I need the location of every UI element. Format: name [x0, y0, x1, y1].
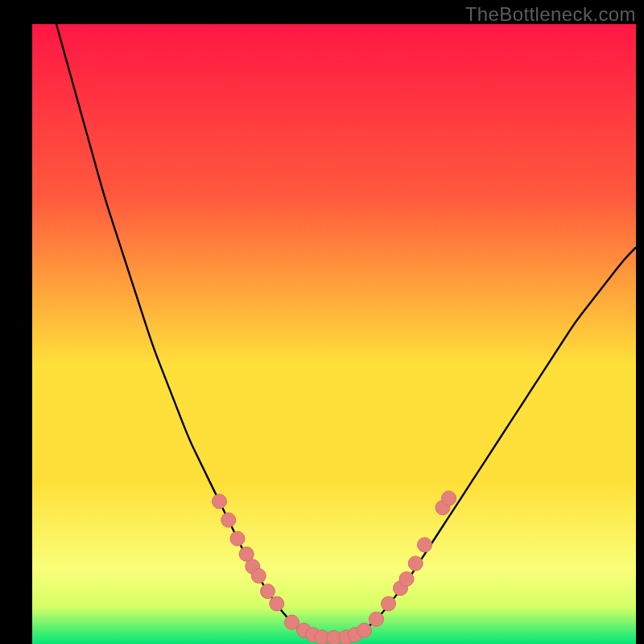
data-marker: [261, 584, 275, 599]
data-marker: [357, 623, 372, 638]
watermark-text: TheBottleneck.com: [465, 3, 636, 26]
data-marker: [270, 597, 284, 611]
data-marker: [369, 612, 384, 626]
data-marker: [442, 491, 456, 506]
data-marker: [418, 538, 432, 552]
data-marker: [221, 513, 236, 527]
data-marker: [382, 597, 396, 611]
plot-area: [32, 24, 636, 644]
gradient-background: [32, 24, 636, 644]
data-marker: [213, 494, 227, 509]
data-marker: [230, 531, 245, 546]
chart-frame: TheBottleneck.com: [0, 0, 644, 644]
data-marker: [251, 568, 266, 583]
chart-svg: [32, 24, 636, 644]
data-marker: [399, 572, 414, 586]
data-marker: [408, 556, 423, 571]
